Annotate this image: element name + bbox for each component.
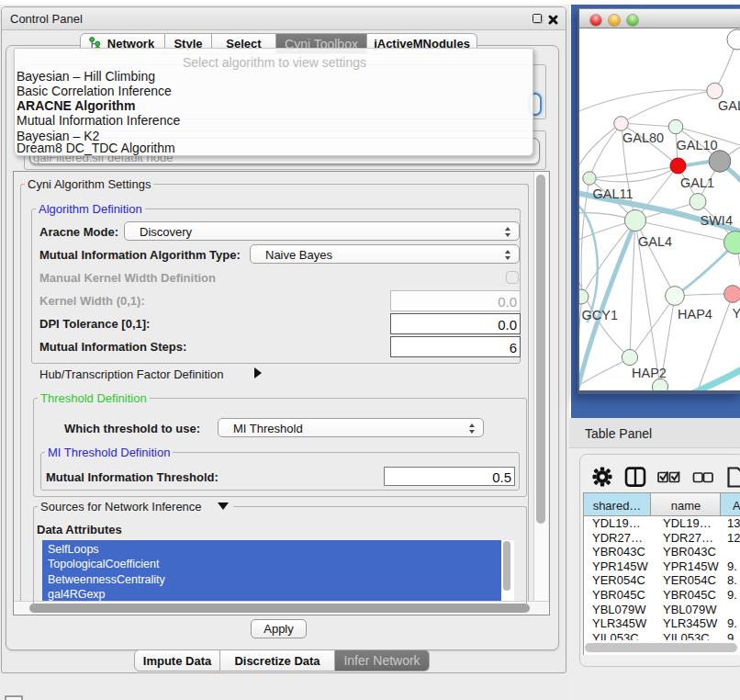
svg-text:SWI4: SWI4 [701, 213, 733, 228]
svg-text:GAL10: GAL10 [677, 138, 718, 152]
svg-text:HAP4: HAP4 [678, 307, 712, 322]
svg-text:GCY1: GCY1 [582, 308, 619, 322]
svg-text:GAL4: GAL4 [638, 234, 672, 249]
svg-text:HAP2: HAP2 [632, 366, 667, 380]
svg-text:GAL7: GAL7 [718, 98, 740, 113]
svg-text:YM: YM [733, 306, 740, 321]
svg-text:GAL1: GAL1 [680, 175, 714, 190]
svg-text:GAL11: GAL11 [593, 186, 633, 201]
svg-text:GAL80: GAL80 [622, 130, 664, 145]
